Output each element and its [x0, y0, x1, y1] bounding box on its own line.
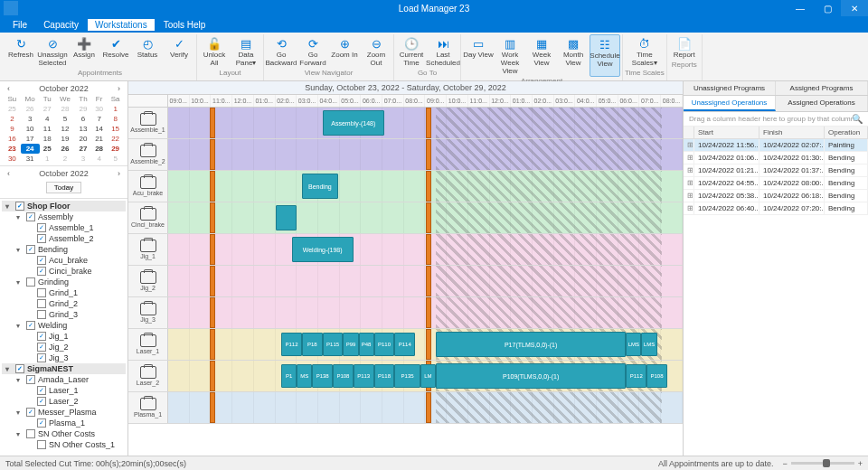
- appointment[interactable]: P118: [374, 364, 395, 388]
- calendar-day[interactable]: 11: [40, 124, 56, 134]
- row-expand[interactable]: ⊞: [684, 164, 694, 176]
- tree-checkbox[interactable]: [37, 310, 46, 319]
- tree-node[interactable]: ✓Jig_3: [2, 352, 126, 363]
- tab-assigned-operations[interactable]: Assigned Operations: [776, 96, 868, 111]
- tree-node[interactable]: ▾✓Amada_Laser: [2, 374, 126, 385]
- appointment[interactable]: Welding-(198): [292, 237, 354, 262]
- resource-cell[interactable]: Acu_brake: [128, 171, 168, 202]
- resource-cell[interactable]: Jig_1: [128, 234, 168, 265]
- tree-node[interactable]: ✓Cinci_brake: [2, 266, 126, 277]
- day-view-button[interactable]: ▭Day View: [463, 34, 494, 77]
- tree-checkbox[interactable]: ✓: [26, 212, 35, 221]
- calendar-day[interactable]: 12: [55, 124, 75, 134]
- calendar-grid[interactable]: SuMoTuWeThFrSa25262728293012345678910111…: [4, 94, 124, 164]
- schedule-lane[interactable]: [168, 266, 683, 296]
- menu-file[interactable]: File: [5, 19, 34, 31]
- tree-checkbox[interactable]: ✓: [26, 321, 35, 330]
- tree-node[interactable]: ▾✓Shop Floor: [2, 201, 126, 212]
- calendar-day[interactable]: 10: [21, 124, 40, 134]
- calendar-2[interactable]: October 2022 Today: [0, 166, 127, 199]
- group-by-hint[interactable]: Drag a column header here to group by th…: [684, 112, 868, 127]
- last-scheduled-button[interactable]: ⏭Last Scheduled: [428, 34, 458, 69]
- col-operation[interactable]: Operation: [825, 127, 868, 138]
- appointment[interactable]: P17(TLMS,0,0)-(1): [436, 332, 627, 357]
- schedule-row[interactable]: Acu_brakeBending: [128, 171, 683, 202]
- tree-checkbox[interactable]: [37, 288, 46, 297]
- schedule-row[interactable]: Jig_1Welding-(198): [128, 234, 683, 266]
- calendar-day[interactable]: 22: [107, 134, 124, 144]
- calendar-day[interactable]: 4: [40, 114, 56, 124]
- calendar-day[interactable]: 31: [21, 154, 40, 164]
- calendar-day[interactable]: 26: [55, 144, 75, 154]
- today-button[interactable]: Today: [46, 182, 81, 193]
- search-icon[interactable]: 🔍: [852, 114, 863, 124]
- tree-checkbox[interactable]: ✓: [26, 245, 35, 254]
- row-expand[interactable]: ⊞: [684, 152, 694, 164]
- appointment[interactable]: LMS: [641, 333, 656, 356]
- calendar-day[interactable]: 3: [75, 154, 91, 164]
- tree-twisty[interactable]: ▾: [16, 322, 24, 330]
- appointment[interactable]: P110: [374, 333, 395, 356]
- time-scales-button[interactable]: ⏱Time Scales▾: [629, 34, 660, 69]
- go-forward-button[interactable]: ⟳Go Forward: [297, 34, 328, 69]
- schedule-row[interactable]: Cinci_brake: [128, 202, 683, 234]
- tree-node[interactable]: ✓Acu_brake: [2, 255, 126, 266]
- appointment[interactable]: P108: [646, 364, 667, 388]
- calendar-day[interactable]: 30: [4, 154, 21, 164]
- tree-twisty[interactable]: ▾: [5, 202, 13, 211]
- minimize-button[interactable]: —: [787, 0, 814, 16]
- tree-node[interactable]: ▾✓Assembly: [2, 212, 126, 222]
- month-view-button[interactable]: ▩Month View: [558, 34, 589, 77]
- resource-cell[interactable]: Jig_2: [128, 266, 168, 296]
- tree-checkbox[interactable]: ✓: [15, 202, 24, 211]
- tree-checkbox[interactable]: [37, 440, 46, 449]
- unassign-button[interactable]: ⊘Unassign Selected: [37, 34, 68, 69]
- appointment[interactable]: P109(TLMS,0,0)-(1): [436, 363, 627, 389]
- tree-node[interactable]: SN Other Costs_1: [2, 439, 126, 450]
- tree-checkbox[interactable]: ✓: [37, 256, 46, 265]
- resource-cell[interactable]: Laser_2: [128, 361, 168, 391]
- calendar-day[interactable]: 8: [107, 114, 124, 124]
- calendar-day[interactable]: 1: [107, 104, 124, 114]
- tree-node[interactable]: Grind_2: [2, 298, 126, 309]
- zoom-slider[interactable]: − +: [782, 459, 863, 468]
- row-expand[interactable]: ⊞: [684, 190, 694, 202]
- calendar-day[interactable]: 26: [21, 104, 40, 114]
- tree-node[interactable]: ✓Jig_1: [2, 331, 126, 342]
- tab-unassigned-programs[interactable]: Unassigned Programs: [684, 81, 776, 95]
- calendar-day[interactable]: 5: [55, 114, 75, 124]
- tree-node[interactable]: ▾Grinding: [2, 277, 126, 287]
- grid-row[interactable]: ⊞10/24/2022 01:21...10/24/2022 01:37:...…: [684, 164, 868, 177]
- tree-twisty[interactable]: ▾: [16, 430, 24, 438]
- resource-cell[interactable]: Assemble_2: [128, 139, 168, 170]
- grid-row[interactable]: ⊞10/24/2022 01:06...10/24/2022 01:30:...…: [684, 152, 868, 164]
- schedule-row[interactable]: Laser_1P112P18P115P99P48P110P114P17(TLMS…: [128, 329, 683, 361]
- tree-node[interactable]: ▾✓SigmaNEST: [2, 363, 126, 374]
- schedule-lane[interactable]: P112P18P115P99P48P110P114P17(TLMS,0,0)-(…: [168, 329, 683, 360]
- appointment[interactable]: P114: [394, 333, 415, 356]
- tree-twisty[interactable]: ▾: [16, 409, 24, 417]
- calendar-day[interactable]: 13: [75, 124, 91, 134]
- row-expand[interactable]: ⊞: [684, 202, 694, 214]
- calendar-day[interactable]: 4: [91, 154, 107, 164]
- calendar-day[interactable]: 25: [40, 144, 56, 154]
- calendar-day[interactable]: 21: [91, 134, 107, 144]
- calendar-day[interactable]: 27: [75, 144, 91, 154]
- work-week-view-button[interactable]: ▥Work Week View: [495, 34, 525, 77]
- calendar-day[interactable]: 7: [91, 114, 107, 124]
- calendar-day[interactable]: 2: [4, 114, 21, 124]
- tab-assigned-programs[interactable]: Assigned Programs: [776, 81, 868, 95]
- appointment[interactable]: P115: [323, 333, 344, 356]
- tree-node[interactable]: ✓Assemble_2: [2, 233, 126, 244]
- calendar-day[interactable]: 29: [107, 144, 124, 154]
- schedule-row[interactable]: Assemble_2: [128, 139, 683, 171]
- calendar-day[interactable]: 14: [91, 124, 107, 134]
- appointment[interactable]: [276, 205, 297, 230]
- tree-checkbox[interactable]: ✓: [26, 408, 35, 417]
- calendar-day[interactable]: 19: [55, 134, 75, 144]
- appointment[interactable]: Assembly-(148): [323, 110, 384, 136]
- grid-row[interactable]: ⊞10/24/2022 04:55...10/24/2022 08:00:...…: [684, 177, 868, 190]
- appointment[interactable]: P135: [394, 364, 420, 388]
- tree-checkbox[interactable]: ✓: [37, 267, 46, 276]
- status-button[interactable]: ◴Status: [132, 34, 163, 69]
